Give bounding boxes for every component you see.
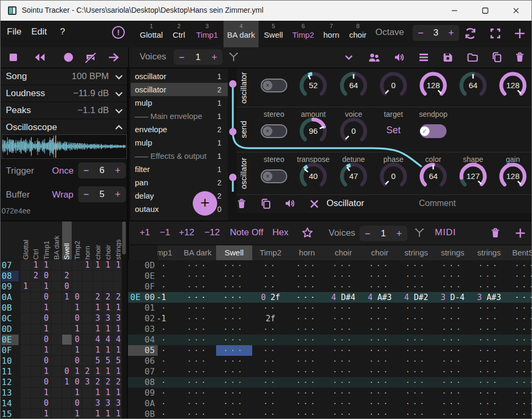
pattern-cell[interactable]: ··· bbox=[289, 324, 325, 335]
minimize-icon[interactable] bbox=[442, 1, 467, 21]
pattern-cell[interactable]: ··· bbox=[289, 409, 325, 419]
pattern-cell[interactable]: ··· bbox=[216, 366, 253, 377]
pattern-cell[interactable]: ··· bbox=[216, 398, 253, 409]
order-cell[interactable] bbox=[52, 303, 61, 313]
order-cell[interactable]: 0 bbox=[41, 377, 51, 387]
add-unit-button[interactable]: + bbox=[193, 191, 217, 216]
order-cell[interactable]: 1 bbox=[72, 409, 82, 419]
pattern-cell[interactable]: 4 A#3 bbox=[362, 292, 398, 303]
order-cell[interactable] bbox=[82, 398, 92, 408]
order-cell[interactable] bbox=[82, 324, 92, 334]
trigger-increase-button[interactable]: + bbox=[115, 166, 121, 175]
pattern-cell[interactable]: ··· bbox=[507, 292, 532, 303]
pattern-cell[interactable]: ··· bbox=[289, 313, 325, 324]
open-folder-icon[interactable] bbox=[467, 52, 478, 63]
pattern-cell[interactable]: ··· bbox=[216, 271, 253, 281]
order-cell[interactable]: 1 bbox=[62, 377, 72, 387]
order-cell[interactable]: 1 bbox=[41, 388, 51, 398]
order-cell[interactable] bbox=[52, 292, 61, 302]
unit-comment-field[interactable]: Comment bbox=[419, 199, 456, 208]
order-cell[interactable]: 3 bbox=[103, 398, 113, 408]
pattern-cell[interactable]: ··· bbox=[471, 345, 508, 356]
pattern-cell[interactable]: ··· bbox=[398, 271, 435, 281]
pattern-cell[interactable]: ··· bbox=[325, 409, 362, 419]
pattern-cell[interactable]: ··· bbox=[216, 377, 253, 388]
order-cell[interactable] bbox=[52, 409, 61, 419]
order-cell[interactable] bbox=[21, 271, 30, 281]
pattern-cell[interactable]: ··· bbox=[398, 409, 435, 419]
menu-item-edit[interactable]: Edit bbox=[31, 27, 47, 37]
order-cell[interactable]: 3 bbox=[93, 398, 102, 408]
order-cell[interactable] bbox=[62, 313, 72, 323]
play-arrow-icon[interactable] bbox=[108, 52, 121, 63]
pattern-cell[interactable]: ··· bbox=[471, 409, 508, 419]
voices-split-icon[interactable] bbox=[414, 227, 425, 238]
transpose-button-minus1[interactable]: −1 bbox=[160, 227, 170, 238]
order-cell[interactable] bbox=[21, 260, 30, 270]
order-cell[interactable]: 2 bbox=[62, 271, 72, 281]
pattern-cell[interactable]: ··· bbox=[507, 356, 532, 366]
order-cell[interactable] bbox=[62, 388, 72, 398]
order-cell[interactable] bbox=[114, 281, 122, 292]
users-icon[interactable] bbox=[368, 52, 381, 63]
pattern-cell[interactable]: ··· bbox=[289, 303, 325, 313]
order-cell[interactable] bbox=[52, 271, 61, 281]
chevron-down-icon[interactable] bbox=[114, 107, 124, 114]
order-cell[interactable] bbox=[52, 366, 61, 377]
order-track-header-glottal[interactable]: Glottal bbox=[22, 224, 30, 260]
pattern-cell[interactable]: 3 A#3 bbox=[471, 292, 508, 303]
knob-voice[interactable]: 0 bbox=[339, 116, 368, 146]
pattern-cell[interactable]: ··· bbox=[325, 377, 362, 388]
pattern-cell[interactable]: ··· bbox=[289, 366, 325, 377]
knob-param[interactable]: 128 bbox=[418, 71, 448, 100]
unit-name-field[interactable]: Oscillator bbox=[327, 198, 364, 209]
order-cell[interactable] bbox=[31, 313, 40, 323]
voices-decrease-button[interactable]: − bbox=[179, 53, 185, 62]
pattern-cell[interactable]: ··· bbox=[471, 271, 508, 281]
pattern-cell[interactable]: ··· bbox=[179, 303, 216, 313]
order-cell[interactable] bbox=[52, 335, 61, 345]
order-cell[interactable] bbox=[21, 292, 30, 302]
menu-item-file[interactable]: File bbox=[7, 27, 21, 37]
pattern-cell[interactable]: ··· bbox=[398, 366, 435, 377]
order-cell[interactable] bbox=[82, 345, 92, 355]
order-cell[interactable] bbox=[82, 356, 92, 366]
tab-instrument-choir[interactable]: 8choir bbox=[345, 21, 371, 47]
knob-amount[interactable]: 96 bbox=[298, 116, 328, 146]
pattern-cell[interactable]: ··· bbox=[179, 377, 216, 388]
pattern-cell[interactable]: ··· bbox=[507, 303, 532, 313]
pattern-cell[interactable]: ··· bbox=[434, 260, 471, 271]
pattern-cell[interactable]: ·· bbox=[252, 366, 289, 377]
transpose-button-plus12[interactable]: +12 bbox=[179, 227, 194, 238]
order-cell[interactable]: 0 bbox=[41, 292, 51, 302]
order-cell[interactable]: 3 bbox=[114, 313, 122, 323]
knob-detune[interactable]: 47 bbox=[339, 161, 368, 191]
pattern-track-header-choir[interactable]: choir bbox=[325, 245, 362, 260]
order-track-header-timp2[interactable]: Timp2 bbox=[73, 224, 81, 260]
order-cell[interactable]: 1 bbox=[31, 260, 40, 270]
trigger-mode-button[interactable]: Once bbox=[52, 166, 74, 176]
pattern-cell[interactable]: 2f bbox=[252, 313, 289, 324]
order-scrollbar[interactable] bbox=[122, 221, 126, 254]
order-cell[interactable] bbox=[52, 324, 61, 334]
pattern-voices-increase-button[interactable]: + bbox=[396, 229, 402, 238]
pattern-cell[interactable]: ·· bbox=[252, 271, 289, 281]
order-track-header-choir[interactable]: choir bbox=[104, 224, 112, 260]
pattern-cell[interactable]: ··· bbox=[179, 409, 216, 419]
order-cell[interactable] bbox=[72, 271, 82, 281]
pattern-cell[interactable]: 4 D#2 bbox=[398, 292, 435, 303]
pattern-cell[interactable]: ··· bbox=[325, 313, 362, 324]
order-cell[interactable]: 0 bbox=[72, 377, 82, 387]
order-cell[interactable]: 1 bbox=[114, 366, 122, 377]
fullscreen-icon[interactable] bbox=[490, 28, 501, 39]
order-track-header-swell[interactable]: Swell bbox=[63, 224, 71, 260]
knob-param[interactable]: 64 bbox=[458, 71, 488, 100]
order-cell[interactable] bbox=[52, 398, 61, 408]
pattern-cell[interactable]: ··· bbox=[362, 271, 398, 281]
pattern-cell[interactable]: ··· bbox=[216, 281, 253, 292]
order-cell[interactable] bbox=[21, 313, 30, 323]
pattern-cell[interactable]: ··· bbox=[179, 281, 216, 292]
unit-item--Main-envelope[interactable]: ––– Main envelope1 bbox=[131, 109, 228, 123]
save-icon[interactable] bbox=[442, 52, 453, 63]
pattern-cell[interactable]: ··· bbox=[289, 356, 325, 366]
